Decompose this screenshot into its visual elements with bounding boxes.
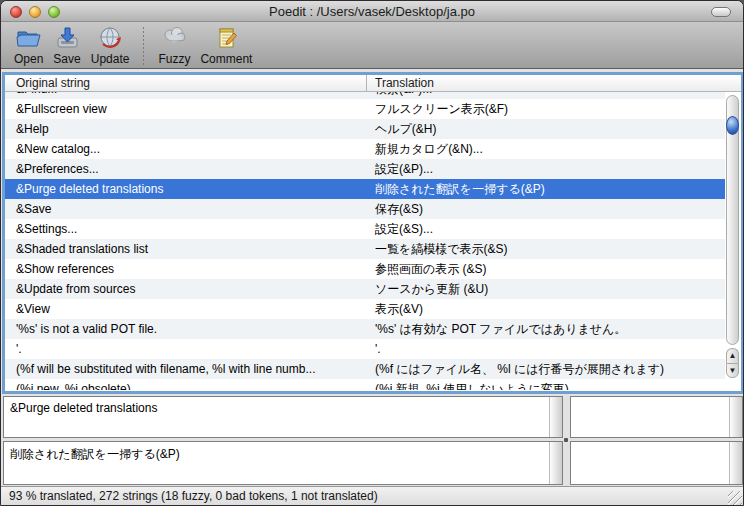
comment-notepad-icon [213, 25, 240, 51]
status-text: 93 % translated, 272 strings (18 fuzzy, … [9, 489, 378, 503]
title-bar[interactable]: Poedit : /Users/vasek/Desktop/ja.po [1, 1, 743, 22]
table-row[interactable]: &Find...検索(&F)... [5, 92, 741, 99]
cell-translation: '. [367, 339, 741, 359]
cell-original-string: &Show references [5, 259, 367, 279]
table-row[interactable]: &Shaded translations list一覧を縞模様で表示(&S) [5, 239, 741, 259]
table-row[interactable]: &Settings...設定(&S)... [5, 219, 741, 239]
scroll-up-arrow[interactable]: ▲ [726, 348, 739, 363]
cell-translation: 設定(&P)... [367, 159, 741, 179]
comment-button[interactable]: Comment [195, 25, 257, 66]
table-row[interactable]: (%f will be substituted with filename, %… [5, 359, 741, 379]
cell-original-string: &Fullscreen view [5, 99, 367, 119]
comment-box-top-scrollbar[interactable] [729, 397, 742, 437]
status-bar: 93 % translated, 272 strings (18 fuzzy, … [1, 486, 743, 506]
cell-original-string: &View [5, 299, 367, 319]
cell-original-string: '%s' is not a valid POT file. [5, 319, 367, 339]
toolbar-toggle-button[interactable] [711, 7, 731, 17]
cell-translation: 削除された翻訳を一掃する(&P) [367, 179, 741, 199]
source-text-box[interactable]: &Purge deleted translations [3, 396, 563, 438]
cell-translation: (%f にはファイル名、 %l には行番号が展開されます) [367, 359, 741, 379]
fuzzy-label: Fuzzy [158, 52, 190, 66]
table-row[interactable]: &View表示(&V) [5, 299, 741, 319]
splitter-handle[interactable] [564, 438, 568, 442]
cell-original-string: &Find... [5, 92, 367, 99]
cell-original-string: (%i new, %i obsolete) [5, 379, 367, 390]
cell-translation: 検索(&F)... [367, 92, 741, 99]
scrollbar-thumb[interactable] [726, 116, 739, 135]
cell-original-string: &Help [5, 119, 367, 139]
toolbar-separator [143, 27, 144, 65]
table-row[interactable]: &Purge deleted translations削除された翻訳を一掃する(… [5, 179, 741, 199]
table-row[interactable]: &New catalog...新規カタログ(&N)... [5, 139, 741, 159]
table-header: Original string Translation [5, 75, 741, 92]
column-header-original[interactable]: Original string [5, 75, 367, 91]
cell-original-string: &New catalog... [5, 139, 367, 159]
cell-translation: '%s' は有効な POT ファイルではありません。 [367, 319, 741, 339]
table-body: &Find...検索(&F)...&Fullscreen viewフルスクリーン… [5, 92, 741, 390]
cell-translation: ヘルプ(&H) [367, 119, 741, 139]
cell-translation: 一覧を縞模様で表示(&S) [367, 239, 741, 259]
cell-translation: 保存(&S) [367, 199, 741, 219]
toolbar: Open Save Update [1, 22, 743, 69]
comment-box-bottom-scrollbar[interactable] [729, 442, 742, 484]
table-row[interactable]: '%s' is not a valid POT file.'%s' は有効な P… [5, 319, 741, 339]
cell-original-string: &Settings... [5, 219, 367, 239]
cell-original-string: '. [5, 339, 367, 359]
table-row[interactable]: &Update from sourcesソースから更新 (&U) [5, 279, 741, 299]
cell-translation: 参照画面の表示 (&S) [367, 259, 741, 279]
source-text: &Purge deleted translations [4, 397, 562, 415]
cell-original-string: (%f will be substituted with filename, %… [5, 359, 367, 379]
cell-translation: ソースから更新 (&U) [367, 279, 741, 299]
cell-original-string: &Update from sources [5, 279, 367, 299]
table-scrollbar[interactable]: ▲ ▼ [725, 92, 741, 391]
open-button[interactable]: Open [9, 25, 48, 66]
cell-translation: 表示(&V) [367, 299, 741, 319]
cell-original-string: &Save [5, 199, 367, 219]
update-globe-icon [97, 25, 124, 51]
save-label: Save [53, 52, 80, 66]
table-row[interactable]: &Save保存(&S) [5, 199, 741, 219]
fuzzy-button[interactable]: Fuzzy [153, 25, 195, 66]
source-text-scrollbar[interactable] [549, 397, 562, 437]
cell-translation: 設定(&S)... [367, 219, 741, 239]
column-header-translation[interactable]: Translation [367, 75, 741, 91]
save-icon [54, 25, 81, 51]
table-row[interactable]: &Helpヘルプ(&H) [5, 119, 741, 139]
update-button[interactable]: Update [86, 25, 135, 66]
comment-box-top[interactable] [570, 396, 743, 438]
cell-translation: 新規カタログ(&N)... [367, 139, 741, 159]
comment-box-bottom[interactable] [570, 441, 743, 485]
open-folder-icon [15, 25, 42, 51]
table-row[interactable]: &Preferences...設定(&P)... [5, 159, 741, 179]
translation-text-scrollbar[interactable] [549, 442, 562, 484]
table-body-rows: &Find...検索(&F)...&Fullscreen viewフルスクリーン… [5, 92, 741, 390]
table-row[interactable]: (%i new, %i obsolete)(%i 新規, %i 使用しないように… [5, 379, 741, 390]
scroll-down-arrow[interactable]: ▼ [726, 363, 739, 378]
translation-text-box[interactable]: 削除された翻訳を一掃する(&P) [3, 441, 563, 485]
comment-label: Comment [200, 52, 252, 66]
poedit-window: Poedit : /Users/vasek/Desktop/ja.po Open… [0, 0, 744, 506]
table-row[interactable]: &Show references参照画面の表示 (&S) [5, 259, 741, 279]
fuzzy-cloud-icon [161, 25, 188, 51]
cell-original-string: &Shaded translations list [5, 239, 367, 259]
cell-original-string: &Purge deleted translations [5, 179, 367, 199]
table-row[interactable]: &Fullscreen viewフルスクリーン表示(&F) [5, 99, 741, 119]
table-row[interactable]: '.'. [5, 339, 741, 359]
cell-translation: フルスクリーン表示(&F) [367, 99, 741, 119]
update-label: Update [91, 52, 130, 66]
translations-table: Original string Translation &Find...検索(&… [2, 72, 744, 394]
resize-grip[interactable] [728, 491, 742, 505]
window-title: Poedit : /Users/vasek/Desktop/ja.po [1, 1, 743, 22]
open-label: Open [14, 52, 43, 66]
save-button[interactable]: Save [48, 25, 85, 66]
translation-text: 削除された翻訳を一掃する(&P) [4, 442, 562, 463]
cell-translation: (%i 新規, %i 使用しないように変更) [367, 379, 741, 390]
cell-original-string: &Preferences... [5, 159, 367, 179]
